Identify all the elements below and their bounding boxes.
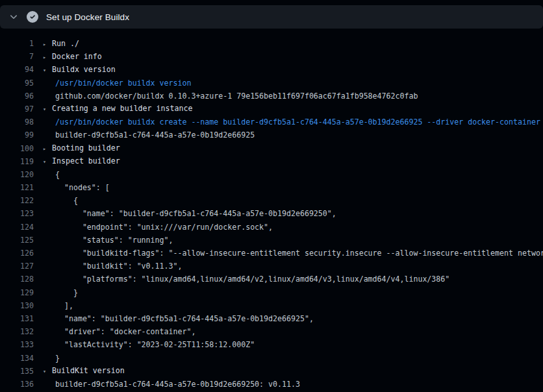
- output-text: "nodes": [: [43, 181, 110, 194]
- group-title[interactable]: BuildKit version: [52, 366, 125, 375]
- group-title[interactable]: Booting builder: [52, 143, 120, 153]
- log-viewer: 1▸Run ./7▸Docker info94▾Buildx version95…: [0, 37, 543, 391]
- chevron-down-icon[interactable]: ▾: [43, 64, 52, 77]
- line-number[interactable]: 134: [0, 352, 34, 365]
- log-line: 96github.com/docker/buildx 0.10.3+azure-…: [0, 90, 543, 103]
- log-line[interactable]: 119▾Inspect builder: [0, 155, 543, 168]
- output-text: {: [43, 168, 60, 181]
- log-line[interactable]: 7▸Docker info: [0, 50, 543, 63]
- line-number[interactable]: 122: [0, 194, 34, 207]
- log-line[interactable]: 135▾BuildKit version: [0, 365, 543, 378]
- line-number[interactable]: 120: [0, 168, 34, 181]
- line-number[interactable]: 124: [0, 221, 34, 234]
- output-text: builder-d9cfb5a1-c764-445a-a57e-0b19d2e6…: [43, 129, 255, 141]
- line-number[interactable]: 135: [0, 365, 34, 378]
- output-text: "buildkit": "v0.11.3",: [43, 260, 182, 273]
- log-line: 132 "driver": "docker-container",: [0, 325, 543, 338]
- log-line: 130 ],: [0, 299, 543, 312]
- line-number[interactable]: 121: [0, 181, 34, 194]
- command-text: /usr/bin/docker buildx create --name bui…: [43, 116, 543, 129]
- step-title: Set up Docker Buildx: [46, 12, 129, 22]
- log-line[interactable]: 100▸Booting builder: [0, 142, 543, 155]
- log-line[interactable]: 97▾Creating a new builder instance: [0, 103, 543, 116]
- output-text: "driver": "docker-container",: [43, 325, 196, 338]
- log-line: 123 "name": "builder-d9cfb5a1-c764-445a-…: [0, 207, 543, 220]
- output-text: "name": "builder-d9cfb5a1-c764-445a-a57e…: [43, 312, 314, 325]
- line-number[interactable]: 97: [0, 103, 34, 116]
- chevron-right-icon[interactable]: ▸: [43, 51, 52, 64]
- log-line: 120{: [0, 168, 543, 181]
- line-number[interactable]: 127: [0, 260, 34, 273]
- line-number[interactable]: 1: [0, 37, 34, 50]
- line-number[interactable]: 100: [0, 142, 34, 155]
- log-line: 134}: [0, 352, 543, 365]
- chevron-down-icon[interactable]: ▾: [43, 155, 52, 168]
- line-number[interactable]: 131: [0, 312, 34, 325]
- line-number[interactable]: 98: [0, 116, 34, 129]
- line-number[interactable]: 94: [0, 63, 34, 76]
- log-line: 133 "lastActivity": "2023-02-25T11:58:12…: [0, 338, 543, 351]
- line-number[interactable]: 7: [0, 50, 34, 63]
- line-number[interactable]: 128: [0, 273, 34, 286]
- chevron-down-icon[interactable]: ▾: [43, 365, 52, 378]
- log-line: 122 {: [0, 194, 543, 207]
- log-line: 136builder-d9cfb5a1-c764-445a-a57e-0b19d…: [0, 378, 543, 391]
- log-line: 95/usr/bin/docker buildx version: [0, 77, 543, 90]
- line-number[interactable]: 95: [0, 77, 34, 90]
- log-line: 126 "buildkitd-flags": "--allow-insecure…: [0, 247, 543, 260]
- group-title[interactable]: Inspect builder: [52, 156, 120, 165]
- log-line[interactable]: 94▾Buildx version: [0, 63, 543, 76]
- log-line: 129 }: [0, 286, 543, 299]
- log-line: 124 "endpoint": "unix:///var/run/docker.…: [0, 221, 543, 234]
- log-line: 127 "buildkit": "v0.11.3",: [0, 260, 543, 273]
- group-title[interactable]: Creating a new builder instance: [52, 104, 192, 113]
- line-number[interactable]: 136: [0, 378, 34, 391]
- output-text: {: [43, 194, 78, 207]
- output-text: builder-d9cfb5a1-c764-445a-a57e-0b19d2e6…: [43, 378, 300, 391]
- output-text: "endpoint": "unix:///var/run/docker.sock…: [43, 221, 273, 234]
- log-line: 98/usr/bin/docker buildx create --name b…: [0, 116, 543, 129]
- line-number[interactable]: 133: [0, 338, 34, 351]
- line-number[interactable]: 96: [0, 90, 34, 103]
- group-title[interactable]: Run ./: [52, 39, 79, 48]
- output-text: "name": "builder-d9cfb5a1-c764-445a-a57e…: [43, 207, 336, 220]
- line-number[interactable]: 125: [0, 234, 34, 247]
- line-number[interactable]: 129: [0, 286, 34, 299]
- log-line: 128 "platforms": "linux/amd64,linux/amd6…: [0, 273, 543, 286]
- output-text: "buildkitd-flags": "--allow-insecure-ent…: [43, 247, 543, 260]
- chevron-right-icon[interactable]: ▸: [43, 142, 52, 155]
- output-text: "status": "running",: [43, 234, 173, 247]
- log-line[interactable]: 1▸Run ./: [0, 37, 543, 50]
- line-number[interactable]: 123: [0, 207, 34, 220]
- log-line: 121 "nodes": [: [0, 181, 543, 194]
- output-text: "lastActivity": "2023-02-25T11:58:12.000…: [43, 338, 255, 351]
- group-title[interactable]: Buildx version: [52, 65, 116, 74]
- line-number[interactable]: 126: [0, 247, 34, 260]
- log-line: 99builder-d9cfb5a1-c764-445a-a57e-0b19d2…: [0, 129, 543, 141]
- line-number[interactable]: 119: [0, 155, 34, 168]
- check-circle-icon: [27, 11, 38, 23]
- log-line: 131 "name": "builder-d9cfb5a1-c764-445a-…: [0, 312, 543, 325]
- line-number[interactable]: 99: [0, 129, 34, 141]
- output-text: }: [43, 352, 60, 365]
- output-text: "platforms": "linux/amd64,linux/amd64/v2…: [43, 273, 449, 286]
- output-text: github.com/docker/buildx 0.10.3+azure-1 …: [43, 90, 418, 103]
- step-header[interactable]: Set up Docker Buildx: [0, 5, 543, 29]
- chevron-down-icon[interactable]: ▾: [43, 103, 52, 116]
- chevron-down-icon[interactable]: [9, 12, 18, 21]
- chevron-right-icon[interactable]: ▸: [43, 38, 52, 51]
- output-text: }: [43, 286, 78, 299]
- line-number[interactable]: 130: [0, 299, 34, 312]
- group-title[interactable]: Docker info: [52, 52, 102, 61]
- log-line: 125 "status": "running",: [0, 234, 543, 247]
- line-number[interactable]: 132: [0, 325, 34, 338]
- command-text: /usr/bin/docker buildx version: [43, 77, 191, 90]
- output-text: ],: [43, 299, 73, 312]
